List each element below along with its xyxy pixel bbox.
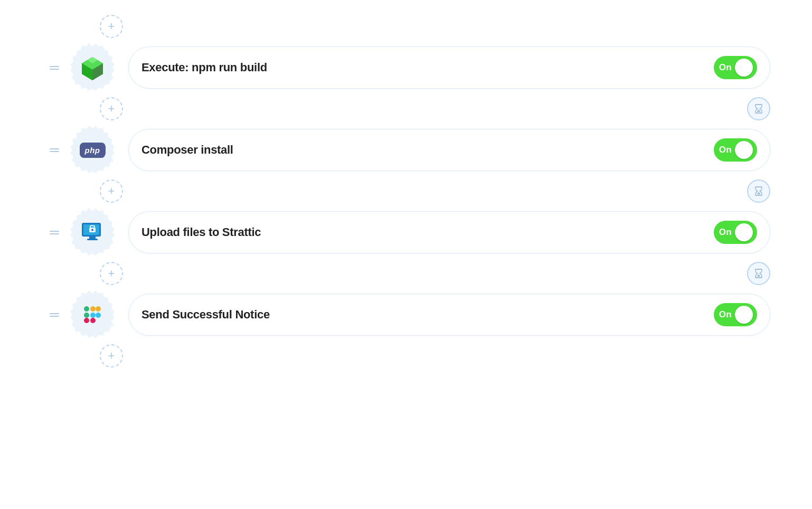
- svg-rect-24: [96, 313, 101, 318]
- step-card-slack[interactable]: Send Successful Notice On: [128, 294, 770, 336]
- svg-rect-11: [89, 237, 96, 239]
- toggle-slack[interactable]: On: [714, 303, 757, 326]
- toggle-npm[interactable]: On: [714, 56, 757, 79]
- step-row-npm: Execute: npm run build On: [42, 42, 770, 93]
- svg-rect-17: [84, 306, 89, 312]
- step-label-npm: Execute: npm run build: [141, 61, 267, 74]
- toggle-label-sftp: On: [719, 227, 732, 238]
- step-label-sftp: Upload files to Strattic: [141, 225, 261, 239]
- toggle-php[interactable]: On: [714, 138, 757, 162]
- slack-svg: [80, 302, 105, 327]
- add-step-button-3[interactable]: +: [100, 262, 123, 285]
- sftp-svg: [79, 219, 106, 246]
- step-row-php: php Composer install On: [42, 125, 770, 175]
- step-card-php[interactable]: Composer install On: [128, 129, 770, 171]
- npm-cube-svg: [79, 54, 106, 81]
- drag-icon-slack: [50, 313, 59, 317]
- step-icon-wrap-slack: [67, 289, 118, 340]
- add-step-button-top[interactable]: +: [100, 15, 123, 38]
- hourglass-icon-3: [753, 268, 764, 279]
- drag-handle-php[interactable]: [42, 148, 67, 152]
- timer-icon-3[interactable]: [747, 262, 770, 285]
- php-icon: php: [79, 136, 106, 164]
- step-card-sftp[interactable]: Upload files to Strattic On: [128, 211, 770, 253]
- add-step-button-2[interactable]: +: [100, 180, 123, 203]
- svg-rect-20: [90, 306, 96, 312]
- toggle-knob-npm: [735, 59, 753, 77]
- toggle-label-php: On: [719, 145, 732, 155]
- php-text: php: [85, 146, 100, 155]
- drag-handle-npm[interactable]: [42, 66, 67, 70]
- svg-point-14: [91, 229, 93, 231]
- add-step-button-bottom[interactable]: +: [100, 344, 123, 367]
- sftp-icon: [79, 219, 106, 246]
- step-label-php: Composer install: [141, 143, 233, 157]
- add-btn-row-2: +: [42, 175, 770, 207]
- hourglass-icon-1: [753, 103, 764, 115]
- toggle-sftp[interactable]: On: [714, 221, 757, 244]
- drag-icon-php: [50, 148, 59, 152]
- drag-handle-sftp[interactable]: [42, 231, 67, 234]
- hourglass-icon-2: [753, 185, 764, 197]
- drag-icon-sftp: [50, 231, 59, 234]
- add-step-button-1[interactable]: +: [100, 97, 123, 120]
- step-card-npm[interactable]: Execute: npm run build On: [128, 46, 770, 89]
- toggle-knob-php: [735, 141, 753, 159]
- pipeline-container: +: [42, 11, 770, 372]
- step-icon-wrap-sftp: [67, 207, 118, 258]
- step-icon-wrap-php: php: [67, 125, 118, 175]
- add-btn-row-bottom: +: [42, 340, 770, 372]
- toggle-knob-slack: [735, 306, 753, 324]
- svg-rect-18: [84, 313, 89, 318]
- timer-icon-1[interactable]: [747, 97, 770, 120]
- svg-rect-19: [96, 306, 101, 312]
- slack-icon: [79, 301, 106, 328]
- svg-rect-21: [84, 318, 89, 323]
- step-row-slack: Send Successful Notice On: [42, 289, 770, 340]
- php-badge: php: [80, 143, 106, 158]
- toggle-label-slack: On: [719, 309, 732, 320]
- timer-icon-2[interactable]: [747, 180, 770, 203]
- npm-icon: [79, 54, 106, 81]
- step-icon-wrap-npm: [67, 42, 118, 93]
- toggle-label-npm: On: [719, 62, 732, 73]
- svg-rect-22: [90, 318, 96, 323]
- drag-handle-slack[interactable]: [42, 313, 67, 317]
- step-label-slack: Send Successful Notice: [141, 308, 270, 322]
- step-row-sftp: Upload files to Strattic On: [42, 207, 770, 258]
- add-btn-row-top: +: [42, 11, 770, 42]
- svg-rect-23: [90, 313, 96, 318]
- add-btn-row-3: +: [42, 258, 770, 289]
- drag-icon-npm: [50, 66, 59, 70]
- add-btn-row-1: +: [42, 93, 770, 125]
- svg-rect-12: [87, 239, 98, 240]
- toggle-knob-sftp: [735, 223, 753, 241]
